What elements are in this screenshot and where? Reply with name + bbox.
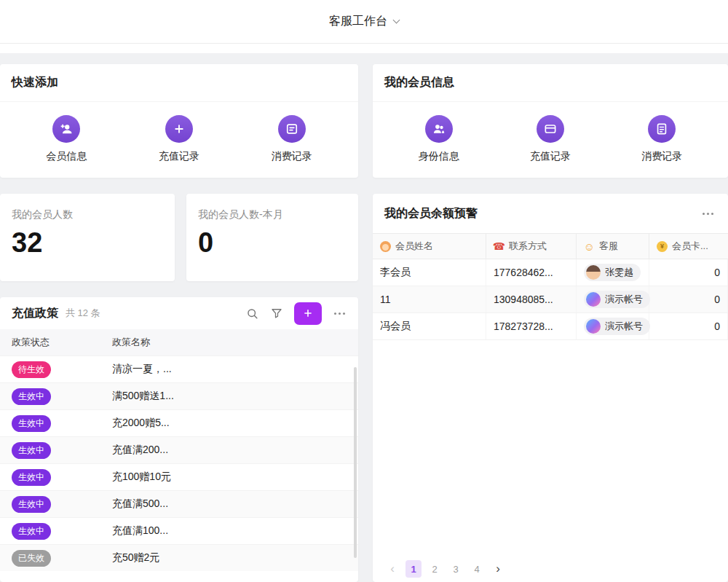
quick-add-actions: 会员信息 充值记录 消费记录 <box>0 102 358 176</box>
stat-value: 0 <box>186 221 358 259</box>
status-badge: 待生效 <box>12 361 51 378</box>
table-row[interactable]: 李会员 177628462... 张雯越 0 <box>373 259 728 286</box>
column-label: 会员姓名 <box>395 240 433 253</box>
coin-icon: ¥ <box>657 241 668 252</box>
quick-add-member-info[interactable]: 会员信息 <box>23 115 110 163</box>
table-row[interactable]: 冯会员 178273728... 演示帐号 0 <box>373 313 728 340</box>
stat-card-member-count[interactable]: 我的会员人数 32 <box>0 194 175 281</box>
stat-label: 我的会员人数 <box>0 194 175 221</box>
receipt-icon <box>278 115 306 143</box>
quick-add-consume-record[interactable]: 消费记录 <box>248 115 336 163</box>
avatar <box>586 319 601 334</box>
card-balance: 0 <box>649 313 728 339</box>
recharge-record-action[interactable]: 充值记录 <box>507 115 594 163</box>
pagination: ‹ 1 2 3 4 › <box>384 560 506 578</box>
policy-name: 充值满500... <box>112 498 358 511</box>
more-options-icon[interactable] <box>333 310 347 318</box>
action-label: 身份信息 <box>419 150 459 163</box>
app-header: 客服工作台 <box>0 0 728 44</box>
member-name: 11 <box>373 286 486 312</box>
filter-icon[interactable] <box>270 307 283 320</box>
table-row[interactable]: 已失效 充50赠2元 <box>0 544 358 571</box>
add-record-button[interactable] <box>294 302 322 325</box>
balance-warning-header: 我的会员余额预警 <box>373 194 728 233</box>
card-balance: 0 <box>649 286 728 312</box>
page-button-2[interactable]: 2 <box>427 560 443 578</box>
column-label: 客服 <box>599 240 618 253</box>
page-button-4[interactable]: 4 <box>469 560 485 578</box>
table-row[interactable]: 生效中 充值满100... <box>0 517 358 544</box>
policy-table-body: 待生效 清凉一夏，... 生效中 满500赠送1... 生效中 充2000赠5.… <box>0 355 358 571</box>
action-label: 消费记录 <box>272 150 312 163</box>
stat-card-member-count-month[interactable]: 我的会员人数-本月 0 <box>186 194 358 281</box>
policy-name: 充值满100... <box>112 524 358 538</box>
column-header-member-name[interactable]: 会员姓名 <box>373 234 486 259</box>
quick-add-title: 快速添加 <box>0 64 358 102</box>
balance-warning-card: 我的会员余额预警 会员姓名 ☎ 联系方式 ☺ 客服 ¥ 会员卡... 李会 <box>373 194 728 582</box>
consume-record-action[interactable]: 消费记录 <box>618 115 705 163</box>
balance-table-header: 会员姓名 ☎ 联系方式 ☺ 客服 ¥ 会员卡... <box>373 233 728 259</box>
table-row[interactable]: 生效中 充2000赠5... <box>0 409 358 436</box>
recharge-policy-header: 充值政策 共 12 条 <box>0 297 358 329</box>
policy-name: 充2000赠5... <box>112 417 358 430</box>
table-row[interactable]: 生效中 充值满200... <box>0 436 358 463</box>
agent-name: 张雯越 <box>605 266 633 279</box>
table-row[interactable]: 生效中 满500赠送1... <box>0 382 358 409</box>
agent-cell: 张雯越 <box>577 259 649 286</box>
policy-name: 满500赠送1... <box>112 390 358 403</box>
document-icon <box>648 115 676 143</box>
member-contact: 178273728... <box>486 313 577 339</box>
quick-add-recharge-record[interactable]: 充值记录 <box>135 115 223 163</box>
phone-icon: ☎ <box>494 241 505 252</box>
column-header-contact[interactable]: ☎ 联系方式 <box>486 234 577 259</box>
page-button-3[interactable]: 3 <box>448 560 464 578</box>
agent-chip[interactable]: 演示帐号 <box>584 318 650 335</box>
agent-cell: 演示帐号 <box>577 313 649 339</box>
identity-info-action[interactable]: 身份信息 <box>395 115 483 163</box>
search-icon[interactable] <box>245 307 259 321</box>
table-row[interactable]: 生效中 充100赠10元 <box>0 463 358 490</box>
chevron-down-icon <box>393 17 400 24</box>
status-badge: 生效中 <box>12 415 51 432</box>
status-badge: 生效中 <box>12 388 51 405</box>
agent-cell: 演示帐号 <box>577 286 649 312</box>
wallet-icon <box>537 115 564 143</box>
table-row[interactable]: 生效中 充值满500... <box>0 490 358 517</box>
table-row[interactable]: 待生效 清凉一夏，... <box>0 355 358 382</box>
column-label: 联系方式 <box>509 240 547 253</box>
more-options-icon[interactable] <box>701 210 715 218</box>
column-label: 会员卡... <box>672 240 708 253</box>
table-row[interactable]: 11 130948085... 演示帐号 0 <box>373 286 728 313</box>
quick-add-card: 快速添加 会员信息 充值记录 <box>0 64 358 178</box>
member-contact: 177628462... <box>486 259 577 286</box>
policy-name: 充值满200... <box>112 444 358 457</box>
next-page-button[interactable]: › <box>490 560 506 578</box>
status-badge: 生效中 <box>12 496 51 513</box>
member-name: 冯会员 <box>373 313 486 339</box>
page-button-1[interactable]: 1 <box>405 560 422 578</box>
workspace-switcher[interactable]: 客服工作台 <box>329 14 399 29</box>
agent-chip[interactable]: 张雯越 <box>584 264 641 281</box>
column-header-status[interactable]: 政策状态 <box>0 336 112 349</box>
my-member-info-card: 我的会员信息 身份信息 <box>373 64 728 178</box>
avatar <box>586 292 601 307</box>
stat-value: 32 <box>0 221 175 259</box>
member-contact: 130948085... <box>486 286 577 312</box>
column-header-name[interactable]: 政策名称 <box>112 336 358 349</box>
smile-icon: ☺ <box>584 241 595 252</box>
column-header-agent[interactable]: ☺ 客服 <box>577 234 649 259</box>
policy-name: 充50赠2元 <box>112 551 358 565</box>
recharge-policy-card: 充值政策 共 12 条 <box>0 297 358 582</box>
recharge-policy-title: 充值政策 <box>12 306 58 321</box>
vertical-scrollbar[interactable] <box>354 367 357 558</box>
column-header-card-balance[interactable]: ¥ 会员卡... <box>649 234 728 259</box>
user-plus-icon <box>52 115 80 143</box>
status-badge: 生效中 <box>12 442 51 459</box>
agent-name: 演示帐号 <box>605 320 643 333</box>
workbench-page: 客服工作台 快速添加 会员信息 <box>0 0 728 582</box>
balance-warning-title: 我的会员余额预警 <box>384 206 478 221</box>
action-label: 会员信息 <box>46 150 87 163</box>
agent-chip[interactable]: 演示帐号 <box>584 291 650 308</box>
status-badge: 生效中 <box>12 523 51 540</box>
prev-page-button[interactable]: ‹ <box>384 560 400 578</box>
